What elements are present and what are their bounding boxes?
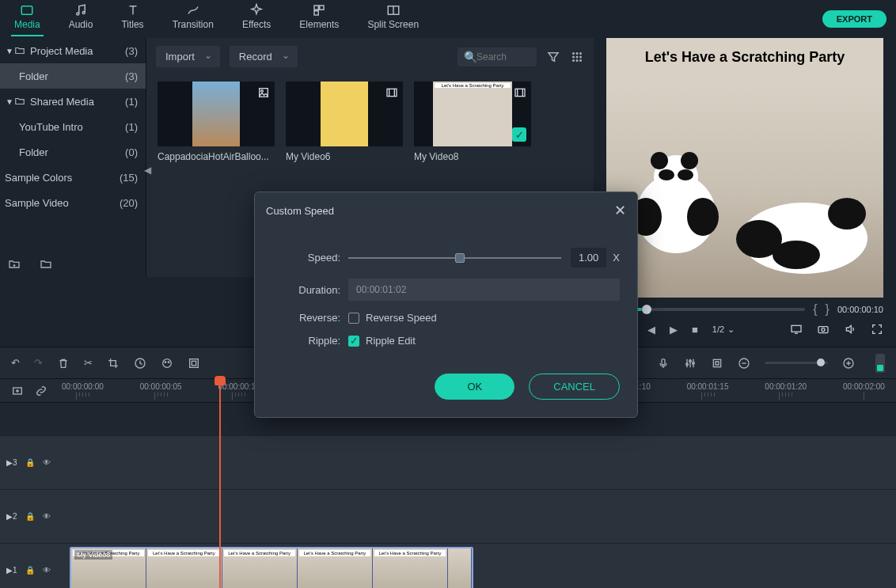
split-icon[interactable]: ✂ <box>84 357 93 369</box>
speed-value[interactable]: 1.00 <box>571 248 606 267</box>
track-body[interactable] <box>70 436 896 489</box>
video-track-2[interactable]: ▶2 🔒 👁 <box>0 490 896 544</box>
play-icon[interactable]: ▶ <box>670 324 678 336</box>
redo-icon[interactable]: ↷ <box>34 357 43 369</box>
mark-in-icon[interactable]: { <box>813 302 817 317</box>
ripple-label: Ripple: <box>272 335 348 347</box>
snapshot-icon[interactable] <box>817 323 830 336</box>
sidebar-item-sample-colors[interactable]: Sample Colors (15) <box>0 165 146 190</box>
add-track-icon[interactable] <box>11 385 24 397</box>
color-icon[interactable] <box>161 357 173 370</box>
visibility-icon[interactable]: 👁 <box>43 566 51 575</box>
mixer-icon[interactable] <box>684 357 697 370</box>
thumb-overlay-text: Let's Have a Scratching Party <box>435 83 511 88</box>
media-thumb <box>286 82 403 146</box>
step-back-icon[interactable]: ◀ <box>647 324 655 336</box>
marker-icon[interactable] <box>711 357 723 370</box>
tab-elements[interactable]: Elements <box>296 0 342 35</box>
sidebar-item-project-media[interactable]: ▼ Project Media (3) <box>0 38 146 63</box>
reverse-checkbox[interactable] <box>348 313 359 324</box>
speed-knob[interactable] <box>455 253 465 263</box>
sidebar-item-youtube-intro[interactable]: YouTube Intro (1) <box>0 114 146 139</box>
svg-point-26 <box>168 362 169 362</box>
new-folder-icon[interactable] <box>8 258 21 271</box>
svg-rect-5 <box>314 11 318 15</box>
lock-icon[interactable]: 🔒 <box>25 512 35 521</box>
scrub-knob[interactable] <box>642 305 651 314</box>
ok-button[interactable]: OK <box>435 374 514 400</box>
sidebar-label: Folder <box>19 70 48 82</box>
reverse-check-label: Reverse Speed <box>366 312 437 324</box>
grid-view-icon[interactable] <box>570 50 584 64</box>
export-button[interactable]: EXPORT <box>822 10 887 28</box>
cancel-button[interactable]: CANCEL <box>529 374 620 400</box>
volume-icon[interactable] <box>844 323 856 336</box>
tab-split-screen[interactable]: Split Screen <box>364 0 422 35</box>
speed-slider[interactable] <box>348 257 561 259</box>
expand-icon: ▼ <box>5 47 14 55</box>
media-item[interactable]: Let's Have a Scratching Party ✓ My Video… <box>414 82 531 162</box>
track-number: 3 <box>13 458 17 467</box>
visibility-icon[interactable]: 👁 <box>43 458 51 467</box>
media-item[interactable]: CappadociaHotAirBalloo... <box>158 82 275 162</box>
speed-label: Speed: <box>272 252 348 264</box>
record-label: Record <box>239 51 272 63</box>
zoom-in-icon[interactable] <box>842 357 855 370</box>
tab-effects[interactable]: Effects <box>239 0 274 35</box>
svg-rect-19 <box>515 89 525 96</box>
record-dropdown[interactable]: Record <box>230 46 298 67</box>
filter-icon[interactable] <box>546 50 560 64</box>
link-icon[interactable] <box>35 385 47 397</box>
display-icon[interactable] <box>790 323 803 336</box>
zoom-slider[interactable] <box>765 362 828 364</box>
sidebar-item-folder[interactable]: Folder (3) <box>0 63 146 89</box>
crop-icon[interactable] <box>107 357 120 370</box>
dialog-titlebar: Custom Speed ✕ <box>255 192 637 229</box>
video-track-3[interactable]: ▶3 🔒 👁 <box>0 436 896 490</box>
video-track-1[interactable]: ▶1 🔒 👁 ▶ My Video8 Let's Have a Scratchi… <box>0 544 896 588</box>
search-input[interactable] <box>476 51 524 63</box>
sidebar-item-sample-video[interactable]: Sample Video (20) <box>0 190 146 215</box>
sidebar-item-shared-media[interactable]: ▼ Shared Media (1) <box>0 89 146 114</box>
import-dropdown[interactable]: Import <box>156 46 220 67</box>
track-body[interactable] <box>70 490 896 543</box>
timeline-clip[interactable]: ▶ My Video8 Let's Have a Scratching Part… <box>70 547 473 588</box>
zoom-knob[interactable] <box>817 358 825 366</box>
delete-icon[interactable] <box>57 357 70 370</box>
tab-titles[interactable]: Titles <box>118 0 146 35</box>
voiceover-icon[interactable] <box>657 357 670 370</box>
svg-point-11 <box>576 55 579 58</box>
sidebar-label: Folder <box>19 146 48 158</box>
folder-open-icon[interactable] <box>40 258 52 271</box>
video-track-icon: ▶1 <box>6 566 17 575</box>
track-number: 2 <box>13 512 17 521</box>
ripple-checkbox[interactable]: ✓ <box>348 336 359 347</box>
zoom-out-icon[interactable] <box>738 357 750 370</box>
collapse-sidebar-icon[interactable]: ◀ <box>144 165 151 176</box>
sidebar-count: (3) <box>125 70 138 82</box>
speed-x-label: X <box>613 252 620 264</box>
tab-audio[interactable]: Audio <box>66 0 97 35</box>
sidebar-item-shared-folder[interactable]: Folder (0) <box>0 139 146 165</box>
lock-icon[interactable]: 🔒 <box>25 458 35 467</box>
media-item[interactable]: My Video6 <box>286 82 403 162</box>
tab-transition[interactable]: Transition <box>169 0 217 35</box>
search-input-wrapper[interactable]: 🔍 <box>457 47 537 66</box>
stop-icon[interactable]: ■ <box>692 324 698 336</box>
speed-icon[interactable] <box>134 357 146 370</box>
track-body[interactable]: ▶ My Video8 Let's Have a Scratching Part… <box>70 544 896 588</box>
tick-label: 00:00:00:00 <box>62 382 104 391</box>
green-screen-icon[interactable] <box>188 357 200 370</box>
fullscreen-icon[interactable] <box>871 323 883 336</box>
visibility-icon[interactable]: 👁 <box>43 512 51 521</box>
undo-icon[interactable]: ↶ <box>11 357 20 369</box>
mark-out-icon[interactable]: } <box>826 302 830 317</box>
preview-viewport: Let's Have a Scratching Party <box>606 38 883 298</box>
svg-point-25 <box>165 362 165 362</box>
preview-scale-dropdown[interactable]: 1/2 ⌄ <box>712 324 735 335</box>
duration-input[interactable]: 00:00:01:02 <box>348 279 620 301</box>
tab-media[interactable]: Media <box>11 0 44 36</box>
lock-icon[interactable]: 🔒 <box>25 566 35 575</box>
playhead[interactable]: ✂ <box>219 379 221 588</box>
close-icon[interactable]: ✕ <box>614 202 626 219</box>
